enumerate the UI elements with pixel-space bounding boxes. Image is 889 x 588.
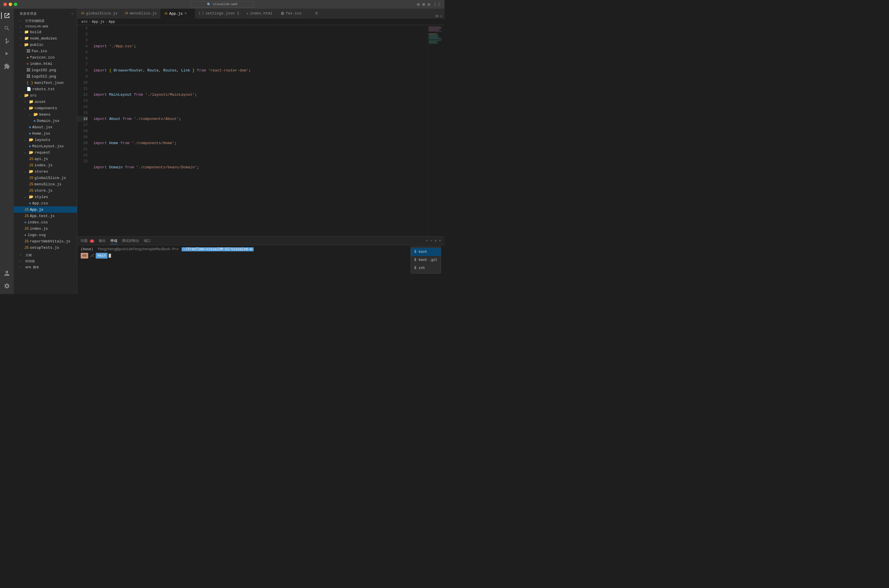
tree-item-manifest-json[interactable]: { } manifest.json xyxy=(14,80,77,86)
tab-fav-ico[interactable]: 🖼 fav.ico xyxy=(277,9,312,18)
new-terminal-icon[interactable]: + xyxy=(426,239,428,243)
tree-label: stores xyxy=(34,170,48,174)
tree-item-build[interactable]: › 📁 build xyxy=(14,29,77,35)
activity-run[interactable] xyxy=(1,48,13,59)
project-name: VISUALVM-WEB xyxy=(25,25,48,28)
code-editor[interactable]: 1 2 3 4 5 6 7 8 9 10 11 12 13 14 15 16 1 xyxy=(77,25,445,236)
tree-item-logo192[interactable]: 🖼 logo192.png xyxy=(14,67,77,73)
outline-section[interactable]: › 大纲 xyxy=(14,252,77,258)
shell-item-bash[interactable]: $ bash xyxy=(411,248,441,256)
minimize-button[interactable] xyxy=(9,3,12,6)
npm-label: NPM 脚本 xyxy=(25,265,39,270)
breadcrumb-src[interactable]: src xyxy=(81,20,88,24)
tree-label: logo.svg xyxy=(28,233,45,237)
tree-item-logo-svg[interactable]: ✦ logo.svg xyxy=(14,232,77,238)
tree-item-menuslice-js[interactable]: JS menuSlice.js xyxy=(14,181,77,188)
tab-app-js[interactable]: JS App.js × xyxy=(160,9,195,18)
tree-item-asset[interactable]: › 📁 asset xyxy=(14,99,77,105)
activity-settings[interactable] xyxy=(1,280,13,292)
tab-output[interactable]: 输出 xyxy=(99,238,106,244)
folder-icon: 📂 xyxy=(29,138,33,142)
tree-item-robots-txt[interactable]: 📄 robots.txt xyxy=(14,86,77,92)
tree-item-api-js[interactable]: JS api.js xyxy=(14,156,77,162)
tab-menuslice[interactable]: JS menuSlice.js xyxy=(121,9,160,18)
tree-item-index-js[interactable]: JS index.js xyxy=(14,225,77,232)
tree-item-index-css[interactable]: ❋ index.css xyxy=(14,219,77,225)
outline-arrow: › xyxy=(19,254,24,257)
more-icon[interactable]: ⋮⋮ xyxy=(433,2,441,7)
tab-problems[interactable]: 问题 1 xyxy=(81,238,94,244)
layout-icon[interactable]: ⊟ xyxy=(417,2,420,7)
tree-label: logo512.png xyxy=(31,74,56,79)
activity-source-control[interactable] xyxy=(1,35,13,47)
tree-item-fav-ico[interactable]: 🖼 fav.ico xyxy=(14,48,77,54)
npm-section[interactable]: › NPM 脚本 xyxy=(14,264,77,270)
tree-item-app-test-js[interactable]: JS App.test.js xyxy=(14,213,77,219)
tree-item-reportwebvitals-js[interactable]: JS reportWebVitals.js xyxy=(14,238,77,244)
tree-item-app-css[interactable]: ❋ App.css xyxy=(14,200,77,206)
terminal-line-2: eb ⎇ main xyxy=(81,253,441,258)
open-editors-section[interactable]: › 打开的编辑器 xyxy=(14,18,77,24)
tree-item-store-js[interactable]: JS store.js xyxy=(14,188,77,194)
maximize-terminal-icon[interactable]: ∧ xyxy=(435,238,437,243)
tree-item-domain-jsx[interactable]: ◈ Domain.jsx xyxy=(14,118,77,124)
shell-item-bash-git[interactable]: $ bash .git xyxy=(411,256,441,264)
activity-accounts[interactable] xyxy=(1,267,13,279)
tab-globalslice[interactable]: JS globalSlice.js xyxy=(77,9,121,18)
terminal-content[interactable]: (base) fengzheng@gushidefengzhengdeMacBo… xyxy=(77,245,445,294)
panel-icon[interactable]: ⊡ xyxy=(428,2,430,7)
tree-label: components xyxy=(34,106,57,110)
search-bar[interactable]: 🔍 visualvm-web xyxy=(190,1,254,8)
more-actions-icon[interactable]: ⋯ xyxy=(440,14,442,18)
tree-item-about-jsx[interactable]: ◈ About.jsx xyxy=(14,124,77,130)
tab-more-button[interactable]: ≡ xyxy=(312,11,321,16)
timeline-section[interactable]: › 时间线 xyxy=(14,258,77,264)
code-line-3: import MainLayout from './layouts/MainLa… xyxy=(93,92,427,98)
minimap xyxy=(427,25,445,236)
tree-label: robots.txt xyxy=(32,87,55,92)
shell-item-zsh[interactable]: $ zsh xyxy=(411,264,441,272)
tab-debug-console[interactable]: 调试控制台 xyxy=(122,238,139,244)
tree-item-globalslice-js[interactable]: JS globalSlice.js xyxy=(14,175,77,181)
activity-extensions[interactable] xyxy=(1,60,13,72)
tab-settings-json[interactable]: { } settings.json 1 xyxy=(195,9,243,18)
code-content[interactable]: import './App.css'; import { BrowserRout… xyxy=(91,25,427,236)
tree-item-styles[interactable]: ⌄ 📂 styles xyxy=(14,194,77,200)
tree-item-stores[interactable]: ⌄ 📂 stores xyxy=(14,168,77,175)
close-terminal-icon[interactable]: × xyxy=(439,239,441,243)
tree-item-components[interactable]: ⌄ 📂 components xyxy=(14,105,77,111)
split-icon[interactable]: ⊞ xyxy=(422,2,424,7)
project-section[interactable]: ⌄ VISUALVM-WEB xyxy=(14,24,77,29)
file-icon: JS xyxy=(29,157,33,161)
tree-item-mainlayout-jsx[interactable]: ◈ MainLayout.jsx xyxy=(14,143,77,149)
new-file-icon[interactable]: ⋯ xyxy=(71,12,73,16)
activity-explorer[interactable] xyxy=(1,10,13,21)
tab-ports[interactable]: 端口 xyxy=(144,238,151,244)
tree-item-src[interactable]: ⌄ 📂 src xyxy=(14,92,77,99)
tree-item-home-jsx[interactable]: ◈ Home.jsx xyxy=(14,130,77,136)
tree-item-public[interactable]: ⌄ 📂 public xyxy=(14,42,77,48)
tree-item-beans[interactable]: ⌄ 📂 beans xyxy=(14,111,77,118)
close-button[interactable] xyxy=(3,3,7,6)
tree-label: setupTests.js xyxy=(30,246,59,250)
maximize-button[interactable] xyxy=(14,3,17,6)
tree-item-node-modules[interactable]: › 📁 node_modules xyxy=(14,35,77,42)
tree-item-setuptests-js[interactable]: JS setupTests.js xyxy=(14,244,77,251)
tree-item-app-js[interactable]: JS App.js xyxy=(14,206,77,213)
breadcrumb-appjs[interactable]: App.js xyxy=(92,20,104,24)
tab-index-html[interactable]: ◈ index.html xyxy=(243,9,277,18)
tree-item-index-html[interactable]: ◈ index.html xyxy=(14,60,77,67)
split-terminal-icon[interactable]: ⋯ xyxy=(430,238,432,243)
tree-item-favicon-ico[interactable]: ★ favicon.ico xyxy=(14,54,77,60)
code-line-5: import Home from './components/Home'; xyxy=(93,140,427,146)
tab-terminal[interactable]: 终端 xyxy=(110,238,117,244)
titlebar-right: ⊟ ⊞ ⊡ ⋮⋮ xyxy=(417,2,441,7)
breadcrumb-app[interactable]: App xyxy=(109,20,115,24)
tree-item-layouts[interactable]: ⌄ 📂 layouts xyxy=(14,136,77,143)
tree-item-request[interactable]: ⌄ 📂 request xyxy=(14,149,77,156)
tree-item-index-js-request[interactable]: JS index.js xyxy=(14,162,77,168)
close-icon[interactable]: × xyxy=(184,11,187,16)
tree-item-logo512[interactable]: 🖼 logo512.png xyxy=(14,73,77,80)
split-editor-icon[interactable]: ⊟ xyxy=(436,14,438,18)
activity-search[interactable] xyxy=(1,22,13,34)
